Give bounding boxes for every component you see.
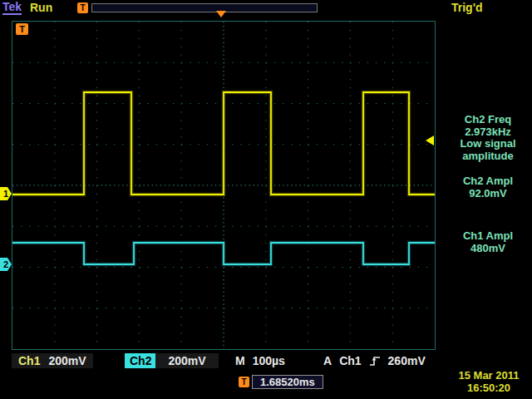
measurement-line: Ch1 Ampl <box>444 230 532 243</box>
measurement-line: Ch2 Ampl <box>444 175 532 188</box>
measurement-line: 480mV <box>444 243 532 255</box>
time-text: 16:50:20 <box>446 382 532 395</box>
ch2-ground-marker: 2 <box>0 258 12 271</box>
measurement-ch1-ampl: Ch1 Ampl 480mV <box>444 230 532 254</box>
rising-edge-icon <box>369 356 381 367</box>
trigger-level-marker-icon <box>426 135 434 145</box>
oscilloscope-screen: Tek Run T Trig'd T 1 2 Ch2 Freq 2.973kHz… <box>0 0 532 399</box>
datetime-readout: 15 Mar 2011 16:50:20 <box>446 370 532 394</box>
trigger-level-value: 260mV <box>388 354 426 367</box>
trigger-status: Trig'd <box>451 1 483 15</box>
ch1-label: Ch1 <box>18 354 40 367</box>
trigger-delay-readout: 1.68520ms <box>252 375 323 389</box>
measurement-line: 92.0mV <box>444 188 532 200</box>
ch1-ground-marker: 1 <box>0 187 12 200</box>
ch2-label: Ch2 <box>130 354 151 367</box>
ch2-scale-value: 200mV <box>168 354 205 367</box>
measurement-ch2-ampl: Ch2 Ampl 92.0mV <box>444 175 532 200</box>
timebase-label: M <box>235 354 245 367</box>
graticule-svg <box>12 22 435 349</box>
measurement-line: Low signal <box>444 138 532 150</box>
trigger-source-label: Ch1 <box>339 354 361 367</box>
tek-logo: Tek <box>2 1 22 15</box>
graticule <box>12 21 436 350</box>
measurement-line: amplitude <box>444 150 532 163</box>
trigger-mode-label: A <box>323 354 332 367</box>
record-position-bar <box>91 3 318 12</box>
ch1-scale-value: 200mV <box>48 354 86 367</box>
acquisition-status: Run <box>30 1 52 15</box>
trigger-t-badge: T <box>77 2 88 13</box>
trigger-readout: A Ch1 260mV <box>323 353 426 368</box>
measurement-line: Ch2 Freq <box>444 114 532 126</box>
ch2-label-chip: Ch2 <box>125 353 156 368</box>
trigger-position-marker-icon <box>216 11 226 17</box>
timebase-value: 100µs <box>253 354 285 367</box>
trigger-delay-t-badge: T <box>239 377 249 387</box>
date-text: 15 Mar 2011 <box>446 370 532 382</box>
ch1-scale-readout: Ch1 200mV <box>12 353 93 368</box>
ch2-scale-readout: 200mV <box>155 353 219 368</box>
measurement-ch2-freq: Ch2 Freq 2.973kHz Low signal amplitude <box>444 114 532 162</box>
trigger-time-marker: T <box>16 23 28 35</box>
timebase-readout: M 100µs <box>235 353 285 368</box>
measurement-line: 2.973kHz <box>444 126 532 139</box>
trigger-delay-value: 1.68520ms <box>260 376 315 388</box>
